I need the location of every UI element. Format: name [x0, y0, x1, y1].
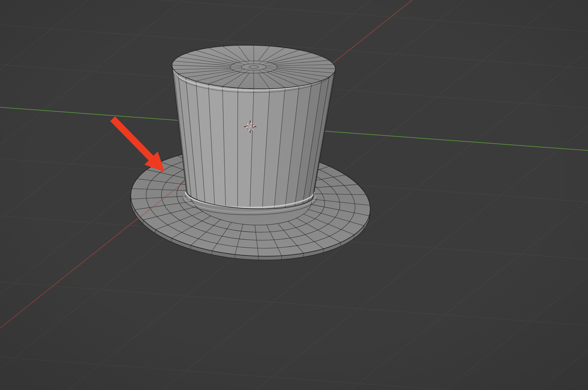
vignette-shading [0, 0, 588, 390]
blender-3d-viewport[interactable] [0, 0, 588, 390]
viewport-canvas[interactable] [0, 0, 588, 390]
